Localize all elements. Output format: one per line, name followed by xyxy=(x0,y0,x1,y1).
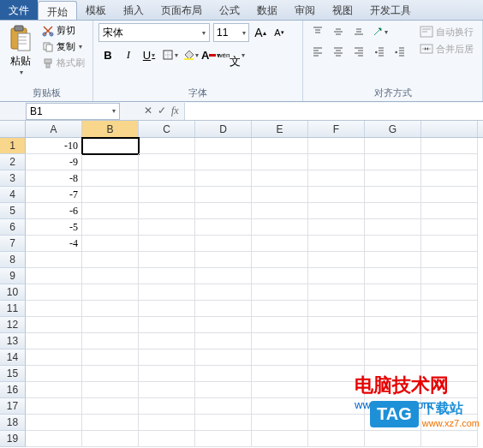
cell[interactable] xyxy=(26,252,82,268)
cell[interactable] xyxy=(82,333,139,349)
cell[interactable] xyxy=(365,138,421,154)
cell[interactable] xyxy=(252,138,308,154)
cell[interactable] xyxy=(308,349,365,366)
cell[interactable] xyxy=(139,333,195,349)
border-button[interactable]: ▾ xyxy=(160,45,179,64)
cell[interactable] xyxy=(252,219,308,236)
cell[interactable] xyxy=(252,268,308,284)
cell[interactable] xyxy=(82,382,139,398)
row-header[interactable]: 18 xyxy=(0,415,26,431)
cell[interactable] xyxy=(82,284,139,301)
row-header[interactable]: 13 xyxy=(0,333,26,349)
cancel-formula-button[interactable]: ✕ xyxy=(144,105,152,117)
cell[interactable] xyxy=(195,382,252,398)
row-header[interactable]: 19 xyxy=(0,431,26,447)
cell[interactable] xyxy=(26,415,82,431)
cell[interactable] xyxy=(195,236,252,252)
cell[interactable] xyxy=(421,138,478,154)
cell[interactable] xyxy=(82,236,139,252)
cell[interactable] xyxy=(82,349,139,366)
cell[interactable]: -10 xyxy=(26,138,82,154)
column-header[interactable]: B xyxy=(82,121,139,137)
font-size-select[interactable]: 11 ▾ xyxy=(213,23,249,42)
cell[interactable] xyxy=(252,203,308,219)
cell[interactable] xyxy=(26,333,82,349)
row-header[interactable]: 17 xyxy=(0,398,26,415)
tab-file[interactable]: 文件 xyxy=(0,0,38,20)
merge-center-button[interactable]: 合并后居 xyxy=(416,40,477,57)
cell[interactable] xyxy=(365,170,421,187)
cell[interactable] xyxy=(252,284,308,301)
cell[interactable] xyxy=(82,301,139,317)
cell[interactable] xyxy=(365,431,421,447)
cell[interactable] xyxy=(82,398,139,415)
row-header[interactable]: 10 xyxy=(0,284,26,301)
cell[interactable] xyxy=(195,138,252,154)
cell[interactable] xyxy=(421,431,478,447)
column-header[interactable]: F xyxy=(308,121,365,137)
cell[interactable]: -5 xyxy=(26,219,82,236)
cell[interactable] xyxy=(308,284,365,301)
cell[interactable] xyxy=(26,366,82,382)
cell[interactable] xyxy=(365,154,421,170)
cell[interactable] xyxy=(365,284,421,301)
wrap-text-button[interactable]: 自动换行 xyxy=(416,23,477,40)
column-header[interactable]: E xyxy=(252,121,308,137)
cell[interactable] xyxy=(252,333,308,349)
cell[interactable] xyxy=(308,431,365,447)
cell[interactable] xyxy=(308,203,365,219)
cell[interactable] xyxy=(139,382,195,398)
cell[interactable] xyxy=(252,170,308,187)
row-header[interactable]: 6 xyxy=(0,219,26,236)
cell[interactable] xyxy=(308,170,365,187)
cell[interactable] xyxy=(252,252,308,268)
cell[interactable] xyxy=(139,284,195,301)
cell[interactable] xyxy=(308,236,365,252)
align-left-button[interactable] xyxy=(308,43,327,60)
cell[interactable] xyxy=(308,154,365,170)
cell[interactable] xyxy=(26,268,82,284)
cell[interactable]: -9 xyxy=(26,154,82,170)
cell[interactable] xyxy=(252,398,308,415)
tab-data[interactable]: 数据 xyxy=(248,0,286,20)
cell[interactable] xyxy=(139,170,195,187)
cell[interactable] xyxy=(139,219,195,236)
row-header[interactable]: 11 xyxy=(0,301,26,317)
cell[interactable] xyxy=(139,154,195,170)
cell[interactable] xyxy=(421,301,478,317)
cell[interactable] xyxy=(195,333,252,349)
cell[interactable] xyxy=(365,317,421,333)
align-top-button[interactable] xyxy=(308,23,327,40)
cell[interactable] xyxy=(421,333,478,349)
tab-insert[interactable]: 插入 xyxy=(115,0,152,20)
cell[interactable] xyxy=(82,317,139,333)
underline-button[interactable]: U▾ xyxy=(140,45,158,64)
cell[interactable] xyxy=(308,138,365,154)
cell[interactable] xyxy=(421,170,478,187)
cell[interactable] xyxy=(421,187,478,203)
format-painter-button[interactable]: 格式刷 xyxy=(39,56,87,70)
cell[interactable] xyxy=(308,317,365,333)
cell[interactable] xyxy=(82,154,139,170)
row-header[interactable]: 16 xyxy=(0,382,26,398)
decrease-indent-button[interactable] xyxy=(370,43,389,60)
cell[interactable] xyxy=(365,187,421,203)
cell[interactable] xyxy=(365,236,421,252)
row-header[interactable]: 15 xyxy=(0,366,26,382)
cell[interactable] xyxy=(365,349,421,366)
align-middle-button[interactable] xyxy=(329,23,348,40)
column-header[interactable]: D xyxy=(195,121,252,137)
cut-button[interactable]: 剪切 xyxy=(39,23,87,38)
cell[interactable] xyxy=(195,252,252,268)
cell[interactable] xyxy=(26,349,82,366)
cell[interactable] xyxy=(252,366,308,382)
cell[interactable] xyxy=(421,219,478,236)
row-header[interactable]: 4 xyxy=(0,187,26,203)
cell[interactable] xyxy=(252,415,308,431)
cell[interactable] xyxy=(139,236,195,252)
cell[interactable] xyxy=(421,252,478,268)
cell[interactable] xyxy=(195,317,252,333)
tab-pagelayout[interactable]: 页面布局 xyxy=(152,0,211,20)
cell[interactable] xyxy=(195,398,252,415)
align-center-button[interactable] xyxy=(329,43,348,60)
